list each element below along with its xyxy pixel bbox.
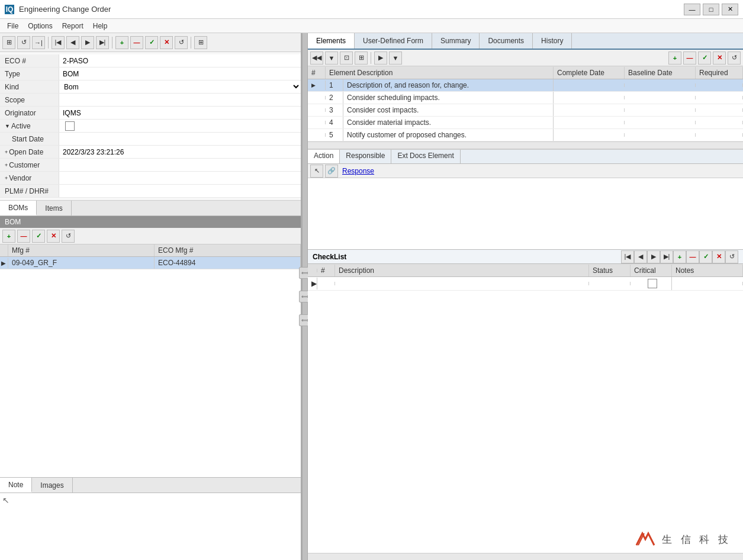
tab-images[interactable]: Images [32, 478, 72, 493]
vendor-toggle-icon[interactable]: + [5, 175, 8, 181]
cl-prev-btn[interactable]: ◀ [634, 250, 647, 263]
bom-delete-button[interactable]: — [17, 230, 30, 243]
refresh-button[interactable]: ↺ [17, 36, 30, 49]
elem-first-button[interactable]: ◀◀ [310, 52, 323, 65]
menu-options[interactable]: Options [23, 21, 57, 31]
bom-cancel-button[interactable]: ✕ [47, 230, 60, 243]
cl-last-btn[interactable]: ▶| [660, 250, 673, 263]
cl-cancel-btn[interactable]: ✕ [712, 250, 725, 263]
elem-expand-button[interactable]: ⊞ [355, 52, 368, 65]
customer-toggle-icon[interactable]: + [5, 162, 8, 168]
active-checkbox[interactable] [65, 121, 75, 131]
bom-row-1[interactable]: ▶ 09-049_GR_F ECO-44894 [0, 257, 301, 269]
action-icon-2[interactable]: 🔗 [325, 165, 338, 178]
type-input[interactable] [59, 67, 301, 80]
menu-report[interactable]: Report [57, 21, 88, 31]
bom-refresh-button[interactable]: ↺ [62, 230, 75, 243]
action-tab-responsible[interactable]: Responsible [340, 150, 391, 163]
elem-baseline-3[interactable] [625, 108, 696, 112]
elements-row-2[interactable]: 2 Consider scheduling impacts. [308, 92, 743, 104]
add-record-button[interactable]: + [115, 36, 128, 49]
save-button[interactable]: ✓ [145, 36, 158, 49]
elements-row-5[interactable]: 5 Notify customer of proposed changes. [308, 129, 743, 141]
elem-cancel-button[interactable]: ✕ [713, 52, 726, 65]
elem-complete-3[interactable] [554, 108, 625, 112]
elem-down-button[interactable]: ▼ [325, 52, 338, 65]
right-tab-summary[interactable]: Summary [432, 33, 480, 49]
menu-help[interactable]: Help [88, 21, 112, 31]
elements-row-1[interactable]: ▶ 1 Description of, and reason for, chan… [308, 79, 743, 92]
menu-file[interactable]: File [2, 21, 23, 31]
kind-select[interactable]: Bom [59, 81, 301, 93]
elements-row-4[interactable]: 4 Consider material impacts. [308, 117, 743, 129]
right-tab-user-defined[interactable]: User-Defined Form [355, 33, 432, 49]
elem-complete-4[interactable] [554, 121, 625, 124]
elem-delete-button[interactable]: — [683, 52, 696, 65]
plm-input[interactable] [59, 185, 301, 197]
cl-row-status[interactable] [589, 282, 631, 285]
originator-input[interactable] [59, 107, 301, 119]
scope-input[interactable] [59, 94, 301, 106]
action-response-link[interactable]: Response [342, 167, 374, 175]
checklist-hscroll[interactable] [308, 553, 743, 560]
elements-hscroll[interactable] [308, 141, 743, 149]
elem-nav-right[interactable]: ▶ [374, 52, 387, 65]
elem-required-2[interactable] [696, 96, 743, 99]
active-toggle-icon[interactable]: ▼ [5, 123, 10, 129]
right-tab-elements[interactable]: Elements [308, 33, 355, 49]
grid-button[interactable]: ⊞ [194, 36, 207, 49]
delete-record-button[interactable]: — [130, 36, 143, 49]
elem-baseline-1[interactable] [625, 83, 696, 87]
note-area[interactable]: ↖ [0, 493, 301, 560]
minimize-button[interactable]: — [684, 4, 700, 15]
elem-complete-2[interactable] [554, 96, 625, 99]
elem-required-3[interactable] [696, 108, 743, 112]
cl-next-btn[interactable]: ▶ [647, 250, 660, 263]
cl-save-btn[interactable]: ✓ [699, 250, 712, 263]
cl-first-btn[interactable]: |◀ [621, 250, 634, 263]
new-button[interactable]: ⊞ [2, 36, 15, 49]
eco-input[interactable] [59, 54, 301, 67]
cl-refresh-btn[interactable]: ↺ [725, 250, 738, 263]
elements-row-3[interactable]: 3 Consider cost impacts. [308, 104, 743, 117]
elem-save-button[interactable]: ✓ [698, 52, 711, 65]
elem-grid-button[interactable]: ⊡ [340, 52, 353, 65]
vertical-splitter[interactable]: ⟺ ⟺ ⟺ [302, 33, 308, 560]
vendor-input[interactable] [59, 172, 301, 184]
elem-complete-1[interactable] [554, 83, 625, 87]
cl-add-btn[interactable]: + [673, 250, 686, 263]
tab-boms[interactable]: BOMs [0, 201, 37, 215]
elem-baseline-5[interactable] [625, 133, 696, 137]
cl-row-notes[interactable] [672, 282, 743, 285]
customer-input[interactable] [59, 159, 301, 171]
action-tab-ext-docs[interactable]: Ext Docs Element [391, 150, 460, 163]
elem-baseline-2[interactable] [625, 96, 696, 99]
start-date-input[interactable] [59, 133, 301, 145]
elem-required-4[interactable] [696, 121, 743, 124]
last-button[interactable]: ▶| [96, 36, 109, 49]
right-tab-history[interactable]: History [533, 33, 572, 49]
maximize-button[interactable]: □ [703, 4, 719, 15]
elem-refresh-button[interactable]: ↺ [728, 52, 741, 65]
bom-save-button[interactable]: ✓ [32, 230, 45, 243]
action-tab-action[interactable]: Action [308, 150, 340, 163]
bom-add-button[interactable]: + [2, 230, 15, 243]
open-date-toggle-icon[interactable]: + [5, 149, 8, 155]
cl-row-desc[interactable] [335, 282, 589, 285]
cancel-button[interactable]: ✕ [160, 36, 173, 49]
open-date-input[interactable] [59, 146, 301, 158]
prev-button[interactable]: ◀ [66, 36, 79, 49]
right-tab-documents[interactable]: Documents [480, 33, 533, 49]
next-button[interactable]: ▶ [81, 36, 94, 49]
tab-items[interactable]: Items [37, 201, 71, 215]
first-button[interactable]: |◀ [52, 36, 65, 49]
action-icon-1[interactable]: ↖ [310, 165, 323, 178]
cl-critical-checkbox[interactable] [648, 279, 657, 288]
elem-required-5[interactable] [696, 133, 743, 137]
elem-baseline-4[interactable] [625, 121, 696, 124]
cl-delete-btn[interactable]: — [686, 250, 699, 263]
attach-button[interactable]: →| [32, 36, 45, 49]
elem-add-button[interactable]: + [668, 52, 681, 65]
elem-required-1[interactable] [696, 83, 743, 87]
elem-complete-5[interactable] [554, 133, 625, 137]
